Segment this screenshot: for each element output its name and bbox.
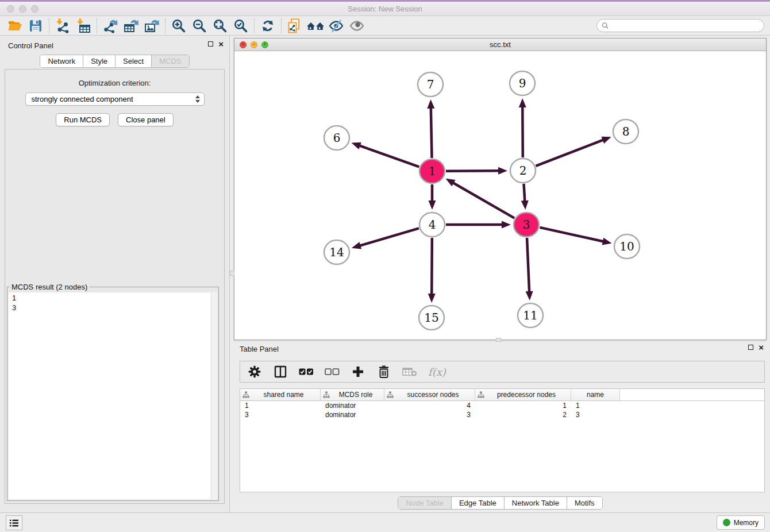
zoom-in-icon[interactable] xyxy=(168,17,189,34)
hierarchy-icon xyxy=(242,391,249,398)
graph-edge-3-11[interactable] xyxy=(527,238,529,292)
import-network-icon[interactable] xyxy=(52,17,73,34)
toolbar-separator xyxy=(165,18,165,33)
tab-network-table[interactable]: Network Table xyxy=(505,497,567,509)
graph-node-label: 1 xyxy=(429,164,436,178)
zoom-selected-icon[interactable] xyxy=(230,17,251,34)
clone-network-icon[interactable] xyxy=(284,17,305,34)
menu-list-button[interactable] xyxy=(6,515,22,530)
import-table-icon[interactable] xyxy=(73,17,94,34)
delete-table-icon xyxy=(402,364,417,379)
network-canvas[interactable]: 7968124314101511 xyxy=(234,51,766,340)
optimization-criterion-select[interactable]: strongly connected component xyxy=(25,92,205,106)
unselect-all-columns-icon[interactable] xyxy=(325,364,340,379)
dropdown-value: strongly connected component xyxy=(32,95,133,103)
horizontal-splitter-grip[interactable] xyxy=(496,338,501,342)
graph-edge-1-6[interactable] xyxy=(359,145,419,167)
search-box[interactable] xyxy=(596,19,764,32)
mcds-result-group: MCDS result (2 nodes) 1 3 xyxy=(7,283,219,501)
table-row[interactable]: 1dominator411 xyxy=(240,401,764,410)
memory-button[interactable]: Memory xyxy=(717,515,765,530)
column-header-predecessor_nodes[interactable]: predecessor nodes xyxy=(475,389,571,400)
search-input[interactable] xyxy=(611,21,759,30)
graph-edge-3-10[interactable] xyxy=(540,228,603,242)
graph-edge-2-8[interactable] xyxy=(536,140,603,166)
chevron-updown-icon xyxy=(195,95,200,103)
zoom-out-icon[interactable] xyxy=(189,17,210,34)
cell-name: 1 xyxy=(571,402,620,410)
graph-edge-1-7[interactable] xyxy=(431,107,432,158)
zoom-fit-icon[interactable] xyxy=(210,17,230,34)
open-folder-icon[interactable] xyxy=(5,17,25,34)
network-window-titlebar[interactable]: × − + scc.txt xyxy=(234,38,766,51)
mcds-panel-body: Optimization criterion: strongly connect… xyxy=(5,69,225,504)
float-table-panel-icon[interactable] xyxy=(748,345,753,350)
graph-edge-arrowhead xyxy=(428,294,436,303)
tab-select[interactable]: Select xyxy=(116,55,152,67)
graph-edge-arrowhead xyxy=(429,201,436,210)
hide-selected-icon[interactable] xyxy=(326,17,346,34)
table-row[interactable]: 3dominator323 xyxy=(240,410,764,419)
memory-status-icon xyxy=(723,519,730,526)
tab-mcds[interactable]: MCDS xyxy=(152,55,188,67)
mcds-result-textarea[interactable]: 1 3 xyxy=(9,292,217,499)
add-column-icon[interactable] xyxy=(351,364,365,379)
column-header-mcds_role[interactable]: MCDS role xyxy=(321,389,384,400)
cell-successor_nodes: 4 xyxy=(384,402,475,410)
gear-icon[interactable] xyxy=(247,364,262,379)
cell-mcds_role: dominator xyxy=(321,411,384,419)
first-neighbors-icon[interactable] xyxy=(305,17,326,34)
graph-edge-2-9[interactable] xyxy=(522,106,523,157)
column-header-successor_nodes[interactable]: successor nodes xyxy=(384,389,475,400)
show-all-icon[interactable] xyxy=(346,17,367,34)
split-panel-icon[interactable] xyxy=(273,364,288,379)
float-panel-icon[interactable] xyxy=(208,41,213,47)
tab-network[interactable]: Network xyxy=(40,55,83,67)
optimization-criterion-label: Optimization criterion: xyxy=(5,79,224,87)
delete-column-icon[interactable] xyxy=(376,364,391,379)
graph-node-label: 4 xyxy=(429,218,436,232)
table-panel: Table Panel × xyxy=(234,342,767,496)
control-panel: Control Panel × Network Style Select MCD… xyxy=(0,36,230,512)
column-header-label: MCDS role xyxy=(330,391,382,399)
node-table: shared nameMCDS rolesuccessor nodesprede… xyxy=(240,388,765,492)
tab-style[interactable]: Style xyxy=(83,55,116,67)
vertical-splitter-grip[interactable] xyxy=(230,271,234,276)
column-header-shared_name[interactable]: shared name xyxy=(240,389,321,400)
table-panel-title: Table Panel xyxy=(240,345,279,353)
column-header-label: predecessor nodes xyxy=(484,391,568,399)
function-builder-icon: f(x) xyxy=(428,366,446,378)
graph-edge-arrowhead xyxy=(427,99,434,109)
close-panel-icon[interactable]: × xyxy=(218,41,224,47)
graph-node-label: 14 xyxy=(329,245,344,259)
refresh-icon[interactable] xyxy=(257,17,278,34)
graph-edge-2-3[interactable] xyxy=(524,184,525,202)
graph-edge-3-1[interactable] xyxy=(453,183,514,218)
graph-edge-arrowhead xyxy=(521,201,529,210)
result-scrollbar[interactable] xyxy=(211,292,217,499)
graph-edge-4-15[interactable] xyxy=(432,238,432,295)
export-table-icon[interactable] xyxy=(121,17,141,34)
tab-node-table[interactable]: Node Table xyxy=(398,497,452,509)
column-header-filler xyxy=(620,389,764,400)
graph-edge-1-2[interactable] xyxy=(446,171,499,171)
memory-label: Memory xyxy=(734,519,759,527)
network-graph: 7968124314101511 xyxy=(234,51,766,340)
column-header-name[interactable]: name xyxy=(571,389,620,400)
select-all-columns-icon[interactable] xyxy=(299,364,314,379)
table-toolbar: f(x) xyxy=(240,361,765,383)
close-table-panel-icon[interactable]: × xyxy=(759,344,764,350)
toolbar-separator xyxy=(49,18,49,33)
run-mcds-button[interactable]: Run MCDS xyxy=(56,113,110,126)
mcds-result-title: MCDS result (2 nodes) xyxy=(10,283,89,291)
export-image-icon[interactable] xyxy=(141,17,162,34)
cell-predecessor_nodes: 2 xyxy=(475,411,571,419)
control-panel-tabs: Network Style Select MCDS xyxy=(0,55,229,68)
tab-motifs[interactable]: Motifs xyxy=(567,497,602,509)
tab-edge-table[interactable]: Edge Table xyxy=(452,497,505,509)
save-icon[interactable] xyxy=(25,17,46,34)
graph-edge-4-14[interactable] xyxy=(359,228,419,246)
export-network-icon[interactable] xyxy=(100,17,121,34)
graph-node-label: 8 xyxy=(622,125,630,138)
close-panel-button[interactable]: Close panel xyxy=(118,113,174,126)
